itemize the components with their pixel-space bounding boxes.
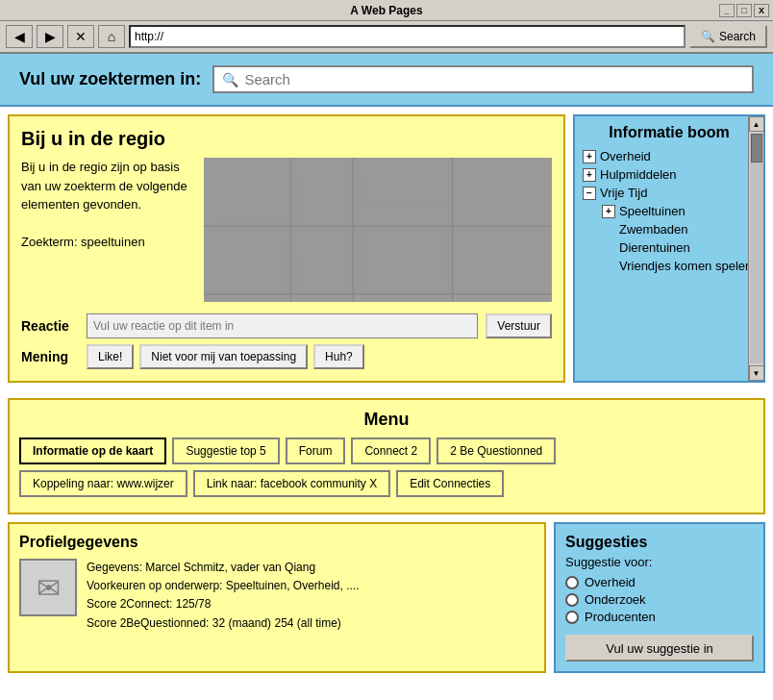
tree-label-dierentuinen: Dierentuinen (619, 240, 690, 255)
tree-label-hulpmiddelen: Hulpmiddelen (600, 167, 677, 182)
suggestions-title: Suggesties (565, 534, 754, 551)
profile-panel: Profielgegevens ✉ Gegevens: Marcel Schmi… (8, 522, 546, 673)
left-panel-title: Bij u in de regio (21, 128, 552, 150)
search-area-label: Vul uw zoektermen in: (19, 69, 201, 89)
tree-label-vriendjes: Vriendjes komen spelen (619, 259, 752, 273)
browser-search-button[interactable]: 🔍 Search (689, 25, 767, 48)
menu-btn-forum[interactable]: Forum (286, 438, 346, 464)
left-description: Bij u in de regio zijn op basis van uw z… (21, 158, 194, 302)
radio-producenten: Producenten (565, 610, 754, 624)
bottom-section: Profielgegevens ✉ Gegevens: Marcel Schmi… (8, 522, 765, 673)
svg-rect-1 (216, 170, 291, 220)
scroll-down-arrow[interactable]: ▼ (749, 365, 764, 381)
profile-title: Profielgegevens (19, 534, 535, 551)
reactie-line: Reactie Verstuur (21, 313, 552, 338)
menu-row-1: Informatie op de kaart Suggestie top 5 F… (19, 438, 754, 464)
menu-btn-suggestie[interactable]: Suggestie top 5 (172, 438, 279, 464)
profile-gegevens: Gegevens: Marcel Schmitz, vader van Qian… (87, 559, 360, 577)
page-content: Vul uw zoektermen in: 🔍 Bij u in de regi… (0, 54, 773, 700)
menu-btn-facebook[interactable]: Link naar: facebook community X (193, 470, 390, 497)
tree-label-speeltuinen: Speeltuinen (619, 204, 686, 218)
scroll-up-arrow[interactable]: ▲ (749, 116, 764, 132)
profile-voorkeuren: Voorkeuren op onderwerp: Speeltuinen, Ov… (87, 577, 360, 595)
title-bar: A Web Pages _ □ X (0, 0, 773, 21)
tree-toggle-overheid[interactable]: + (583, 150, 596, 163)
radio-overheid-input[interactable] (565, 576, 579, 589)
forward-button[interactable]: ▶ (37, 25, 63, 48)
home-button[interactable]: ⌂ (98, 25, 125, 48)
tree-sub-zwembaden[interactable]: Zwembaden (602, 222, 756, 237)
radio-producenten-input[interactable] (565, 611, 579, 624)
radio-onderzoek-label: Onderzoek (585, 592, 646, 607)
svg-rect-5 (216, 233, 285, 295)
suggestie-label: Suggestie voor: (565, 555, 754, 569)
radio-onderzoek-input[interactable] (565, 593, 579, 607)
tree-toggle-vrijetijd[interactable]: − (583, 187, 596, 200)
tree-toggle-hulpmiddelen[interactable]: + (583, 168, 596, 182)
minimize-button[interactable]: _ (719, 4, 735, 17)
svg-rect-4 (464, 170, 539, 226)
tree-sub-dierentuinen[interactable]: Dierentuinen (602, 240, 756, 255)
maximize-button[interactable]: □ (736, 4, 752, 17)
menu-btn-connect2[interactable]: Connect 2 (351, 438, 431, 464)
suggest-button[interactable]: Vul uw suggestie in (565, 635, 754, 662)
profile-score2connect: Score 2Connect: 125/78 (87, 595, 360, 613)
browser-chrome: ◀ ▶ ✕ ⌂ 🔍 Search (0, 21, 773, 54)
close-button[interactable]: X (754, 4, 769, 17)
search-icon: 🔍 (701, 30, 715, 43)
verstuur-button[interactable]: Verstuur (486, 313, 552, 338)
profile-score2bq: Score 2BeQuestionned: 32 (maand) 254 (al… (87, 614, 360, 633)
menu-section: Menu Informatie op de kaart Suggestie to… (8, 398, 765, 514)
tree-item-hulpmiddelen[interactable]: + Hulpmiddelen (583, 167, 756, 182)
svg-rect-8 (459, 238, 539, 294)
back-button[interactable]: ◀ (6, 25, 33, 48)
scroll-thumb[interactable] (751, 134, 762, 162)
address-bar[interactable] (129, 25, 686, 48)
tree-label-overheid: Overheid (600, 149, 651, 163)
profile-inner: ✉ Gegevens: Marcel Schmitz, vader van Qi… (19, 559, 535, 633)
reactie-input[interactable] (87, 313, 478, 338)
mening-line: Mening Like! Niet voor mij van toepassin… (21, 344, 552, 369)
profile-text: Gegevens: Marcel Schmitz, vader van Qian… (87, 559, 360, 633)
map-placeholder (204, 158, 552, 302)
tree-label-vrijetijd: Vrije Tijd (600, 186, 647, 200)
radio-onderzoek: Onderzoek (565, 592, 754, 607)
tree-item-vrijetijd[interactable]: − Vrije Tijd (583, 186, 756, 200)
search-input[interactable] (244, 71, 744, 88)
svg-rect-6 (297, 251, 353, 301)
stop-button[interactable]: ✕ (67, 25, 94, 48)
menu-row-2: Koppeling naar: www.wijzer Link naar: fa… (19, 470, 754, 497)
scroll-track (750, 134, 763, 363)
window-title: A Web Pages (350, 4, 422, 17)
menu-btn-2bq[interactable]: 2 Be Questionned (436, 438, 556, 464)
niet-button[interactable]: Niet voor mij van toepassing (139, 344, 308, 369)
tree-label-zwembaden: Zwembaden (619, 222, 688, 237)
menu-btn-kaart[interactable]: Informatie op de kaart (19, 438, 166, 464)
mening-buttons: Like! Niet voor mij van toepassing Huh? (87, 344, 364, 369)
tree-sub-vriendjes[interactable]: Vriendjes komen spelen (602, 259, 756, 273)
tree-item-overheid[interactable]: + Overheid (583, 149, 756, 163)
radio-producenten-label: Producenten (585, 610, 656, 624)
scrollbar: ▲ ▼ (748, 116, 763, 381)
svg-rect-7 (365, 220, 446, 288)
profile-avatar: ✉ (19, 559, 77, 616)
svg-rect-11 (453, 301, 539, 302)
tree-sub-speeltuinen[interactable]: + Speeltuinen (602, 204, 756, 218)
left-panel: Bij u in de regio Bij u in de regio zijn… (8, 114, 565, 383)
radio-overheid: Overheid (565, 575, 754, 589)
svg-rect-2 (303, 170, 353, 238)
info-tree-title: Informatie boom (583, 124, 756, 141)
mening-label: Mening (21, 349, 79, 364)
search-area: Vul uw zoektermen in: 🔍 (0, 54, 773, 107)
svg-rect-3 (365, 170, 452, 208)
tree-toggle-speeltuinen[interactable]: + (602, 205, 615, 218)
info-tree-panel: Informatie boom + Overheid + Hulpmiddele… (573, 114, 765, 383)
like-button[interactable]: Like! (87, 344, 134, 369)
suggestions-panel: Suggesties Suggestie voor: Overheid Onde… (554, 522, 765, 673)
huh-button[interactable]: Huh? (313, 344, 364, 369)
left-panel-inner: Bij u in de regio zijn op basis van uw z… (21, 158, 552, 302)
search-input-wrap: 🔍 (212, 65, 754, 93)
menu-btn-connecties[interactable]: Edit Connecties (396, 470, 504, 497)
menu-title: Menu (19, 410, 754, 430)
menu-btn-wijzer[interactable]: Koppeling naar: www.wijzer (19, 470, 187, 497)
